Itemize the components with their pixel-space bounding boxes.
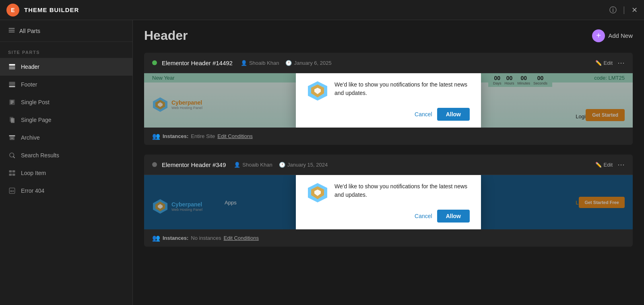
notif-cancel-2[interactable]: Cancel bbox=[415, 213, 432, 219]
template-date-2: 🕐 January 15, 2024 bbox=[279, 162, 328, 168]
app-logo: E bbox=[6, 4, 19, 16]
date-icon-1: 🕐 bbox=[285, 60, 292, 66]
add-new-button[interactable]: + Add New bbox=[592, 29, 633, 42]
instances-label-1: Instances: bbox=[163, 133, 188, 139]
sidebar-item-header[interactable]: Header bbox=[0, 58, 132, 76]
author-icon-2: 👤 bbox=[234, 162, 240, 168]
sidebar-item-archive[interactable]: Archive bbox=[0, 129, 132, 146]
sidebar-item-label-single-page: Single Page bbox=[21, 117, 52, 123]
sidebar-item-label-single-post: Single Post bbox=[21, 99, 50, 105]
svg-line-14 bbox=[13, 157, 15, 158]
app-title: THEME BUILDER bbox=[24, 6, 79, 13]
error-404-icon: 404 bbox=[8, 187, 16, 195]
template-name-1: Elementor Header #14492 bbox=[162, 60, 233, 66]
sidebar-item-single-post[interactable]: Single Post bbox=[0, 93, 132, 111]
single-page-icon bbox=[8, 116, 16, 124]
svg-point-13 bbox=[10, 153, 14, 157]
instances-icon-2: 👥 bbox=[152, 234, 160, 242]
notif-cancel-1[interactable]: Cancel bbox=[415, 111, 432, 117]
header-icon bbox=[8, 63, 16, 71]
svg-rect-15 bbox=[9, 170, 12, 172]
more-button-1[interactable]: ⋯ bbox=[617, 58, 625, 67]
status-dot-1 bbox=[152, 60, 157, 65]
edit-conditions-2[interactable]: Edit Conditions bbox=[223, 235, 258, 241]
svg-rect-3 bbox=[9, 86, 15, 87]
notif-allow-1[interactable]: Allow bbox=[437, 108, 470, 121]
search-results-icon bbox=[8, 151, 16, 159]
template-meta-2: 👤 Shoaib Khan 🕐 January 15, 2024 bbox=[234, 162, 328, 168]
page-title: Header bbox=[144, 28, 188, 43]
svg-rect-16 bbox=[12, 170, 15, 172]
notif-allow-2[interactable]: Allow bbox=[437, 210, 470, 223]
notif-text-1: We'd like to show you notifications for … bbox=[334, 80, 470, 97]
sidebar-item-single-page[interactable]: Single Page bbox=[0, 111, 132, 129]
archive-icon bbox=[8, 134, 16, 142]
notification-popup-2: We'd like to show you notifications for … bbox=[296, 175, 481, 229]
notif-actions-1: Cancel Allow bbox=[307, 108, 470, 121]
edit-button-1[interactable]: ✏️ Edit bbox=[595, 60, 613, 66]
svg-rect-0 bbox=[9, 64, 15, 66]
template-meta-1: 👤 Shoaib Khan 🕐 January 6, 2025 bbox=[241, 60, 332, 66]
edit-icon-2: ✏️ bbox=[595, 162, 602, 168]
notif-text-2: We'd like to show you notifications for … bbox=[334, 182, 470, 199]
instances-bar-1: 👥 Instances: Entire Site Edit Conditions bbox=[144, 128, 633, 145]
sidebar-item-label-archive: Archive bbox=[21, 134, 40, 141]
template-date-1: 🕐 January 6, 2025 bbox=[285, 60, 331, 66]
sidebar-all-parts[interactable]: All Parts bbox=[0, 20, 132, 42]
sidebar: All Parts SITE PARTS Header Footer Singl… bbox=[0, 20, 133, 305]
content-area: Header + Add New Elementor Header #14492… bbox=[133, 20, 644, 305]
template-author-1: 👤 Shoaib Khan bbox=[241, 60, 279, 66]
sidebar-item-footer[interactable]: Footer bbox=[0, 76, 132, 93]
sidebar-item-error-404[interactable]: 404 Error 404 bbox=[0, 182, 132, 200]
author-icon-1: 👤 bbox=[241, 60, 247, 66]
instances-value-1: Entire Site bbox=[191, 133, 215, 139]
all-parts-label: All Parts bbox=[19, 28, 40, 34]
svg-rect-10 bbox=[9, 135, 15, 136]
svg-rect-1 bbox=[9, 66, 15, 70]
edit-icon-1: ✏️ bbox=[595, 60, 602, 66]
single-post-icon bbox=[8, 98, 16, 106]
template-author-2: 👤 Shoaib Khan bbox=[234, 162, 272, 168]
close-icon[interactable]: ✕ bbox=[632, 6, 638, 14]
notif-popup-top-2: We'd like to show you notifications for … bbox=[307, 182, 470, 203]
template-card-actions-2: ✏️ Edit ⋯ bbox=[595, 160, 625, 169]
edit-conditions-1[interactable]: Edit Conditions bbox=[217, 133, 252, 139]
sidebar-item-label-loop-item: Loop Item bbox=[21, 170, 46, 176]
date-icon-2: 🕐 bbox=[279, 162, 285, 168]
svg-rect-17 bbox=[9, 174, 12, 176]
notification-overlay-2: We'd like to show you notifications for … bbox=[144, 175, 633, 229]
notif-popup-top-1: We'd like to show you notifications for … bbox=[307, 80, 470, 101]
add-new-icon: + bbox=[592, 29, 605, 42]
content-header: Header + Add New bbox=[144, 28, 633, 43]
loop-item-icon bbox=[8, 169, 16, 177]
status-dot-2 bbox=[152, 162, 157, 167]
sidebar-item-label-footer: Footer bbox=[21, 81, 37, 88]
svg-rect-18 bbox=[12, 174, 15, 176]
template-card-1: Elementor Header #14492 👤 Shoaib Khan 🕐 … bbox=[144, 53, 633, 145]
all-parts-icon bbox=[8, 27, 15, 35]
template-card-actions-1: ✏️ Edit ⋯ bbox=[595, 58, 625, 67]
svg-rect-2 bbox=[9, 82, 15, 85]
add-new-label: Add New bbox=[608, 32, 633, 39]
template-card-header-1: Elementor Header #14492 👤 Shoaib Khan 🕐 … bbox=[144, 53, 633, 73]
notif-logo-2 bbox=[307, 182, 328, 203]
sidebar-item-label-search-results: Search Results bbox=[21, 152, 59, 159]
divider-line: | bbox=[623, 5, 625, 14]
info-icon[interactable]: ⓘ bbox=[609, 5, 617, 15]
sidebar-item-loop-item[interactable]: Loop Item bbox=[0, 164, 132, 182]
notif-actions-2: Cancel Allow bbox=[307, 210, 470, 223]
instances-bar-2: 👥 Instances: No instances Edit Condition… bbox=[144, 229, 633, 247]
svg-text:404: 404 bbox=[10, 190, 14, 192]
topbar-left: E THEME BUILDER bbox=[6, 4, 79, 16]
topbar: E THEME BUILDER ⓘ | ✕ bbox=[0, 0, 644, 20]
more-button-2[interactable]: ⋯ bbox=[617, 160, 625, 169]
edit-button-2[interactable]: ✏️ Edit bbox=[595, 162, 613, 168]
instances-label-2: Instances: bbox=[163, 235, 188, 241]
sidebar-item-search-results[interactable]: Search Results bbox=[0, 146, 132, 164]
template-preview-2: Cyberpanel Web Hosting Panel Apps Login … bbox=[144, 175, 633, 229]
template-card-2: Elementor Header #349 👤 Shoaib Khan 🕐 Ja… bbox=[144, 155, 633, 247]
notif-logo-1 bbox=[307, 80, 328, 101]
sidebar-item-label-error-404: Error 404 bbox=[21, 188, 44, 194]
notification-popup-1: We'd like to show you notifications for … bbox=[296, 73, 481, 128]
svg-rect-9 bbox=[11, 118, 14, 123]
